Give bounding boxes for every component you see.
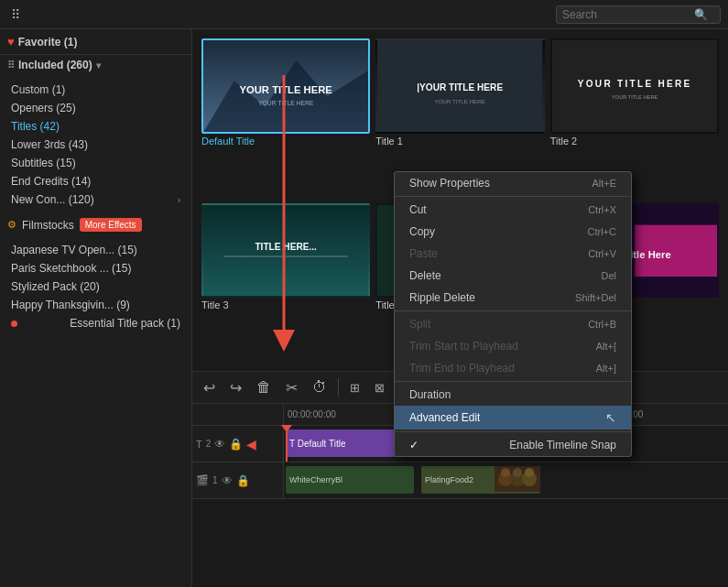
ctx-split-label: Split — [409, 318, 430, 331]
svg-text:YOUR TITLE HERE: YOUR TITLE HERE — [577, 79, 691, 89]
sidebar: ♥ Favorite (1) ⠿ Included (260) ▾ Custom… — [0, 29, 192, 587]
title-clip[interactable]: T Default Title — [286, 429, 396, 457]
filmstocks-label: Filmstocks — [22, 219, 74, 232]
ctx-delete[interactable]: Delete Del — [395, 265, 631, 287]
included-header[interactable]: ⠿ Included (260) ▾ — [0, 55, 191, 75]
template-name-3: Title 3 — [201, 298, 370, 312]
template-name-1: Title 1 — [375, 134, 544, 148]
cut-button[interactable]: ✂ — [282, 377, 301, 398]
timeline-control-icons: 👁 🔒 — [214, 438, 243, 451]
sidebar-item-titles[interactable]: Titles (42) — [0, 117, 191, 136]
playhead-arrow — [281, 425, 292, 432]
favorite-label: Favorite (1) — [18, 36, 78, 49]
content-area: YOUR TITLE HERE YOUR TITLE HERE Default … — [192, 29, 728, 587]
playhead — [286, 426, 288, 462]
filmstocks-icon: ⚙ — [7, 219, 16, 231]
svg-point-30 — [525, 468, 534, 477]
thumb-img-1: |YOUR TITLE HERE YOUR TITLE HERE — [377, 40, 542, 132]
thumb-img-2: YOUR TITLE HERE YOUR TITLE HERE — [552, 40, 717, 132]
ctx-enable-snap[interactable]: ✓ Enable Timeline Snap — [395, 434, 631, 456]
ctx-ripple-delete[interactable]: Ripple Delete Shift+Del — [395, 287, 631, 309]
track-icon-video: 🎬 — [196, 474, 209, 486]
sidebar-item-paris[interactable]: Paris Sketchbook ... (15) — [0, 259, 191, 277]
top-bar: ⠿ 🔍 — [0, 0, 728, 29]
template-thumb-default[interactable]: YOUR TITLE HERE YOUR TITLE HERE — [201, 38, 370, 134]
ctx-ripple-delete-shortcut: Shift+Del — [575, 292, 616, 303]
svg-point-28 — [501, 468, 510, 477]
track2-eye-button[interactable]: 👁 — [222, 474, 233, 487]
filmstocks-row: ⚙ Filmstocks More Effects — [0, 214, 191, 235]
template-item-3[interactable]: TITLE HERE... Title 3 — [201, 203, 370, 363]
track-row-video: 🎬 1 👁 🔒 WhiteCherryBl PlatingFood2 — [192, 462, 728, 499]
ctx-advanced-edit[interactable]: Advanced Edit ↖ — [395, 406, 631, 429]
grid-icon[interactable]: ⠿ — [11, 7, 20, 22]
sidebar-item-label: Japanese TV Open... (15) — [11, 244, 137, 256]
sidebar-item-label: Essential Title pack (1) — [70, 317, 180, 330]
thumb-img-3: TITLE HERE... — [203, 205, 368, 297]
split-button[interactable]: ⊞ — [346, 379, 364, 397]
video-clip-2[interactable]: PlatingFood2 — [421, 466, 540, 494]
template-thumb-3[interactable]: TITLE HERE... — [201, 203, 370, 299]
favorite-section[interactable]: ♥ Favorite (1) — [0, 29, 191, 55]
sidebar-item-openers[interactable]: Openers (25) — [0, 99, 191, 117]
sidebar-item-lower3rds[interactable]: Lower 3rds (43) — [0, 136, 191, 154]
search-input[interactable] — [562, 8, 690, 21]
ctx-divider-4 — [395, 431, 631, 432]
layer-num-2: 2 — [206, 439, 212, 449]
svg-text:YOUR TITLE HERE: YOUR TITLE HERE — [612, 94, 657, 100]
sidebar-item-subtitles[interactable]: Subtitles (15) — [0, 154, 191, 172]
track2-lock-button[interactable]: 🔒 — [236, 474, 250, 487]
track-eye-button[interactable]: 👁 — [214, 438, 225, 451]
ctx-advanced-edit-label: Advanced Edit — [409, 411, 480, 424]
ctx-paste: Paste Ctrl+V — [395, 243, 631, 265]
sidebar-item-essential[interactable]: Essential Title pack (1) — [0, 314, 191, 332]
undo-button[interactable]: ↩ — [200, 377, 219, 398]
ctx-cut-label: Cut — [409, 203, 427, 216]
grid-small-icon: ⠿ — [7, 60, 15, 71]
template-item-default[interactable]: YOUR TITLE HERE YOUR TITLE HERE Default … — [201, 38, 370, 198]
ctx-trim-start-label: Trim Start to Playhead — [409, 340, 518, 353]
sidebar-item-custom[interactable]: Custom (1) — [0, 81, 191, 99]
track-collapse-button[interactable]: ◀ — [246, 437, 256, 451]
template-thumb-2[interactable]: YOUR TITLE HERE YOUR TITLE HERE — [550, 38, 719, 134]
ctx-ripple-delete-label: Ripple Delete — [409, 291, 475, 304]
ctx-show-properties-shortcut: Alt+E — [592, 178, 616, 189]
filmstock-items: Japanese TV Open... (15) Paris Sketchboo… — [0, 235, 191, 338]
more-effects-button[interactable]: More Effects — [80, 218, 142, 232]
link-button[interactable]: ⊠ — [371, 379, 388, 397]
sidebar-item-label: New Con... (120) — [11, 193, 94, 206]
video-clip-1-label: WhiteCherryBl — [289, 475, 342, 484]
ctx-enable-snap-label: Enable Timeline Snap — [509, 439, 616, 451]
sidebar-item-label: Titles (42) — [11, 120, 60, 133]
ctx-trim-end: Trim End to Playhead Alt+] — [395, 357, 631, 379]
svg-text:YOUR TITLE HERE: YOUR TITLE HERE — [435, 98, 485, 104]
timer-button[interactable]: ⏱ — [309, 377, 331, 397]
sidebar-item-label: Stylized Pack (20) — [11, 280, 100, 293]
sidebar-item-thanksgiving[interactable]: Happy Thanksgivin... (9) — [0, 296, 191, 314]
track-controls-video: 🎬 1 👁 🔒 — [192, 462, 284, 498]
ctx-paste-shortcut: Ctrl+V — [588, 248, 616, 259]
ctx-show-properties[interactable]: Show Properties Alt+E — [395, 172, 631, 194]
sidebar-item-label: Happy Thanksgivin... (9) — [11, 299, 130, 311]
track-lock-button[interactable]: 🔒 — [229, 438, 243, 451]
ctx-copy-shortcut: Ctrl+C — [588, 226, 616, 237]
template-thumb-1[interactable]: |YOUR TITLE HERE YOUR TITLE HERE — [375, 38, 544, 134]
sidebar-item-japanese[interactable]: Japanese TV Open... (15) — [0, 241, 191, 259]
redo-button[interactable]: ↪ — [226, 377, 245, 398]
toolbar-divider — [338, 378, 339, 397]
ctx-cut[interactable]: Cut Ctrl+X — [395, 199, 631, 221]
sidebar-item-endcredits[interactable]: End Credits (14) — [0, 172, 191, 190]
delete-button[interactable]: 🗑 — [253, 377, 275, 397]
sidebar-item-stylized[interactable]: Stylized Pack (20) — [0, 277, 191, 296]
svg-rect-14 — [224, 255, 348, 256]
ctx-delete-label: Delete — [409, 269, 441, 282]
main-layout: ♥ Favorite (1) ⠿ Included (260) ▾ Custom… — [0, 29, 728, 587]
search-box[interactable]: 🔍 — [556, 5, 721, 24]
timeline-ruler-left — [192, 404, 284, 425]
title-clip-label: T Default Title — [289, 439, 346, 449]
ctx-duration[interactable]: Duration — [395, 384, 631, 406]
sidebar-item-newcon[interactable]: New Con... (120) › — [0, 190, 191, 209]
ctx-show-properties-label: Show Properties — [409, 177, 490, 190]
ctx-copy[interactable]: Copy Ctrl+C — [395, 221, 631, 243]
video-clip-1[interactable]: WhiteCherryBl — [286, 466, 414, 494]
